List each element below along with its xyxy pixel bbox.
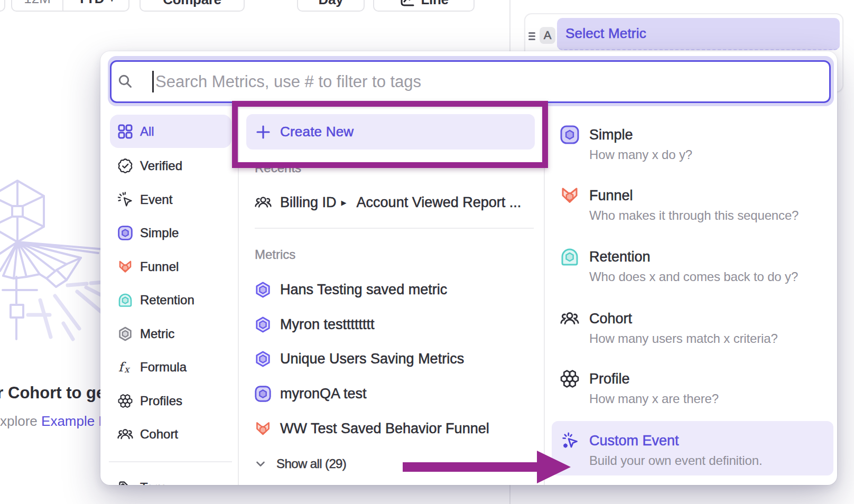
metric-type-profile[interactable]: Profile How many x are there? — [552, 365, 833, 414]
sidebar-item-tags[interactable]: Tags — [110, 471, 231, 485]
sidebar-item-retention[interactable]: Retention — [110, 283, 231, 316]
recent-item[interactable]: Billing ID ▸ Account Viewed Report ... — [246, 191, 535, 214]
funnel-icon — [255, 421, 271, 437]
annotation-arrow — [401, 447, 575, 487]
sidebar-item-metric[interactable]: Metric — [110, 317, 231, 350]
sidebar-item-all[interactable]: All — [110, 115, 231, 148]
range-ytd-button[interactable]: YTD▾ — [62, 0, 128, 11]
sidebar-item-event[interactable]: Event — [110, 183, 231, 216]
funnel-icon — [560, 186, 579, 205]
metric-hexagon-icon — [255, 316, 271, 333]
metric-type-funnel[interactable]: Funnel Who makes it through this sequenc… — [552, 182, 833, 230]
chart-type-line-button[interactable]: Line — [373, 0, 475, 12]
sidebar-footer-divider — [109, 461, 232, 462]
select-metric-pill[interactable]: Select Metric — [557, 18, 840, 50]
formula-fx-icon: f x — [117, 359, 133, 375]
range-12m-button[interactable]: 12M — [12, 0, 62, 11]
date-range-segmented-control: 12M YTD▾ — [11, 0, 129, 12]
funnel-icon — [117, 259, 133, 275]
grid-all-icon — [117, 124, 133, 139]
metric-hexagon-icon — [117, 326, 133, 342]
sidebar-item-simple[interactable]: Simple — [110, 216, 231, 249]
toolbar-cropped-button[interactable] — [0, 0, 5, 12]
search-icon — [118, 74, 133, 89]
verified-seal-icon — [117, 158, 133, 174]
metric-list-item[interactable]: Hans Testing saved metric — [246, 278, 542, 301]
cohort-people-icon — [560, 309, 579, 328]
cohort-people-icon — [255, 194, 272, 211]
chevron-down-icon — [255, 458, 266, 470]
metric-list-item[interactable]: WW Test Saved Behavior Funnel — [246, 417, 542, 440]
granularity-day-button[interactable]: Day — [297, 0, 365, 12]
metric-type-custom-event[interactable]: Custom Event Build your own event defini… — [552, 427, 833, 475]
metric-type-retention[interactable]: Retention Who does x and comes back to d… — [552, 243, 833, 292]
metric-type-simple[interactable]: Simple How many x do y? — [552, 121, 833, 170]
profiles-honeycomb-icon — [117, 393, 133, 409]
search-input[interactable]: Search Metrics, use # to filter to tags — [110, 60, 831, 103]
sidebar-item-verified[interactable]: Verified — [110, 149, 231, 182]
profiles-honeycomb-icon — [560, 369, 579, 388]
event-cursor-icon — [117, 192, 133, 208]
svg-text:x: x — [124, 364, 131, 375]
simple-metric-icon — [560, 125, 579, 144]
metric-hexagon-icon — [255, 351, 271, 367]
retention-icon — [117, 292, 133, 308]
compare-button[interactable]: Compare — [140, 0, 245, 12]
line-chart-icon — [399, 0, 415, 8]
sidebar-item-cohort[interactable]: Cohort — [110, 417, 231, 451]
chevron-down-icon: ▾ — [109, 0, 115, 5]
breadcrumb-arrow-icon: ▸ — [341, 196, 347, 209]
metrics-heading: Metrics — [255, 247, 295, 263]
empty-state-illustration — [0, 174, 111, 449]
tag-icon — [117, 480, 133, 486]
drag-handle-icon[interactable] — [528, 32, 535, 40]
search-placeholder: Search Metrics, use # to filter to tags — [155, 62, 421, 101]
metric-type-cohort[interactable]: Cohort How many users match x criteria? — [552, 305, 833, 353]
simple-metric-icon — [117, 225, 133, 241]
metric-hexagon-icon — [255, 282, 271, 298]
annotation-rectangle — [232, 101, 548, 168]
retention-icon — [560, 247, 579, 266]
metric-list-item[interactable]: Myron testttttttt — [246, 313, 542, 336]
metric-list-item[interactable]: myronQA test — [246, 382, 542, 405]
sidebar-item-formula[interactable]: f x Formula — [110, 350, 231, 384]
recents-metrics-divider — [255, 228, 534, 229]
sidebar-item-profiles[interactable]: Profiles — [110, 384, 231, 417]
cohort-people-icon — [117, 426, 133, 442]
metric-row-badge: A — [540, 27, 555, 44]
metric-list-item[interactable]: Unique Users Saving Metrics — [246, 347, 542, 370]
sidebar-item-funnel[interactable]: Funnel — [110, 250, 231, 283]
simple-metric-icon — [255, 386, 271, 402]
text-caret — [152, 71, 154, 92]
